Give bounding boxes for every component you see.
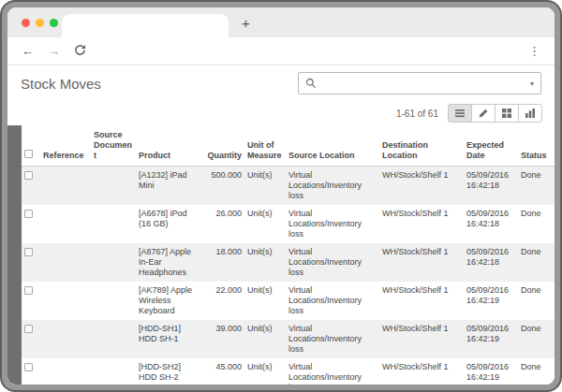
cell-quantity: 26.000 <box>200 205 244 243</box>
cell-product: [HDD-SH1] HDD SH-1 <box>136 320 200 358</box>
cell-source-location: Virtual Locations/Inventory loss <box>286 320 379 358</box>
cell-source-location: Virtual Locations/Inventory loss <box>286 167 379 206</box>
form-view-button[interactable] <box>471 104 495 123</box>
window-controls <box>22 19 58 27</box>
list-icon <box>454 108 466 119</box>
row-checkbox[interactable] <box>24 325 33 333</box>
browser-tab[interactable] <box>62 14 229 37</box>
maximize-window-button[interactable] <box>50 19 58 27</box>
cell-source-document <box>91 205 136 243</box>
cell-product: [AK789] Apple Wireless Keyboard <box>136 282 200 320</box>
row-checkbox[interactable] <box>24 286 33 295</box>
cell-quantity: 22.000 <box>200 282 244 320</box>
cell-status: Done <box>518 205 555 243</box>
column-header-source-location[interactable]: Source Location <box>286 125 379 167</box>
cell-expected-date: 05/09/201616:42:19 <box>464 282 518 320</box>
table-row[interactable]: [HDD-SH1] HDD SH-1 39.000 Unit(s) Virtua… <box>22 320 555 358</box>
cell-destination-location: WH/Stock/Shelf 1 <box>379 167 464 206</box>
cell-reference <box>40 243 91 282</box>
browser-menu-button[interactable]: ⋮ <box>528 45 540 57</box>
table-body: [A1232] iPad Mini 500.000 Unit(s) Virtua… <box>22 167 555 385</box>
cell-status: Done <box>518 320 555 358</box>
row-checkbox[interactable] <box>24 248 33 256</box>
cell-product: [HDD-SH2] HDD SH-2 <box>136 358 200 385</box>
new-tab-button[interactable]: + <box>242 14 250 33</box>
reload-icon <box>74 44 86 56</box>
grid-icon <box>501 108 512 119</box>
search-input[interactable] <box>322 78 525 89</box>
table-row[interactable]: [AK789] Apple Wireless Keyboard 22.000 U… <box>22 282 555 320</box>
back-button[interactable]: ← <box>22 45 34 57</box>
cell-reference <box>40 282 91 320</box>
cell-source-location: Virtual Locations/Inventory loss <box>286 282 379 320</box>
column-header-reference[interactable]: Reference <box>40 125 91 167</box>
table-row[interactable]: [A8767] Apple In-Ear Headphones 18.000 U… <box>22 243 555 282</box>
cell-source-document <box>91 358 136 385</box>
cell-source-document <box>91 243 136 282</box>
cell-quantity: 45.000 <box>200 358 244 385</box>
cell-expected-date: 05/09/201616:42:18 <box>464 205 518 243</box>
search-icon <box>305 78 317 89</box>
column-header-product[interactable]: Product <box>136 125 200 167</box>
column-header-quantity[interactable]: Quantity <box>200 125 244 167</box>
search-box[interactable]: ▾ <box>298 72 541 94</box>
column-header-expected-date[interactable]: Expected Date <box>464 125 518 167</box>
cell-reference <box>40 358 91 385</box>
table-row[interactable]: [A6678] iPod (16 GB) 26.000 Unit(s) Virt… <box>22 205 555 243</box>
cell-destination-location: WH/Stock/Shelf 1 <box>379 282 464 320</box>
cell-reference <box>40 205 91 243</box>
cell-destination-location: WH/Stock/Shelf 1 <box>379 243 464 282</box>
cell-source-location: Virtual Locations/Inventory loss <box>286 358 379 385</box>
stock-moves-table: Reference Source Document Product Quanti… <box>22 125 555 385</box>
row-checkbox-cell <box>22 167 40 206</box>
cell-product: [A1232] iPad Mini <box>136 167 200 206</box>
browser-toolbar: ← → ⋮ <box>7 37 555 65</box>
row-checkbox[interactable] <box>24 210 33 218</box>
table-row[interactable]: [A1232] iPad Mini 500.000 Unit(s) Virtua… <box>22 167 555 206</box>
search-dropdown-caret[interactable]: ▾ <box>530 80 534 88</box>
table-row[interactable]: [HDD-SH2] HDD SH-2 45.000 Unit(s) Virtua… <box>22 358 555 385</box>
cell-source-document <box>91 320 136 358</box>
cell-source-location: Virtual Locations/Inventory loss <box>286 243 379 282</box>
list-view-area: Reference Source Document Product Quanti… <box>7 125 555 385</box>
reload-button[interactable] <box>74 44 86 58</box>
row-checkbox-cell <box>22 205 40 243</box>
close-window-button[interactable] <box>22 19 30 27</box>
row-checkbox-cell <box>22 243 40 282</box>
list-controls: 1-61 of 61 <box>7 101 555 125</box>
cell-unit-of-measure: Unit(s) <box>244 320 286 358</box>
cell-unit-of-measure: Unit(s) <box>244 205 286 243</box>
column-header-unit-of-measure[interactable]: Unit of Measure <box>244 125 286 167</box>
forward-button[interactable]: → <box>48 45 60 57</box>
app-page: Stock Moves ▾ 1-61 of 61 <box>7 65 555 385</box>
stock-moves-table-wrap: Reference Source Document Product Quanti… <box>22 125 555 385</box>
kanban-view-button[interactable] <box>495 104 519 123</box>
select-all-checkbox[interactable] <box>24 150 33 158</box>
pencil-icon <box>478 108 489 119</box>
row-checkbox[interactable] <box>24 171 33 180</box>
minimize-window-button[interactable] <box>36 19 44 27</box>
row-checkbox[interactable] <box>24 363 33 371</box>
list-view-button[interactable] <box>448 104 472 123</box>
control-panel: Stock Moves ▾ <box>7 65 555 101</box>
cell-unit-of-measure: Unit(s) <box>244 243 286 282</box>
cell-source-document <box>91 167 136 206</box>
cell-product: [A6678] iPod (16 GB) <box>136 205 200 243</box>
cell-reference <box>40 320 91 358</box>
graph-view-button[interactable] <box>518 104 542 123</box>
cell-expected-date: 05/09/201616:42:19 <box>464 358 518 385</box>
cell-quantity: 18.000 <box>200 243 244 282</box>
row-checkbox-cell <box>22 282 40 320</box>
cell-status: Done <box>518 167 555 206</box>
column-header-source-document[interactable]: Source Document <box>91 125 136 167</box>
cell-unit-of-measure: Unit(s) <box>244 167 286 206</box>
column-header-status[interactable]: Status <box>518 125 555 167</box>
column-header-destination-location[interactable]: Destination Location <box>379 125 464 167</box>
table-header: Reference Source Document Product Quanti… <box>22 125 555 167</box>
cell-status: Done <box>518 243 555 282</box>
cell-unit-of-measure: Unit(s) <box>244 282 286 320</box>
row-checkbox-cell <box>22 358 40 385</box>
cell-destination-location: WH/Stock/Shelf 1 <box>379 205 464 243</box>
cell-quantity: 39.000 <box>200 320 244 358</box>
cell-source-document <box>91 282 136 320</box>
